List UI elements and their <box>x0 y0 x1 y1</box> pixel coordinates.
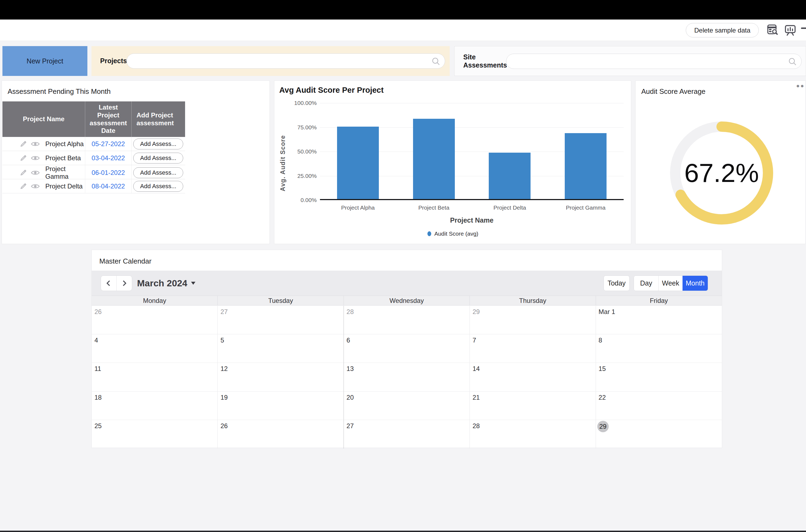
calendar-day-cell[interactable]: 28 <box>344 306 470 334</box>
day-number: 21 <box>473 394 480 401</box>
add-assessment-cell: Add Assess... <box>132 165 185 180</box>
calendar-day-cell[interactable]: 22 <box>596 392 722 420</box>
calendar-day-cell[interactable]: 26 <box>92 306 218 334</box>
calendar-day-cell[interactable]: 27 <box>218 306 344 334</box>
view-eye-icon[interactable] <box>31 169 40 176</box>
day-number: 6 <box>347 337 350 344</box>
assessment-date-cell: 08-04-2022 <box>85 179 132 193</box>
x-axis-tick: Project Gamma <box>548 205 624 211</box>
view-eye-icon[interactable] <box>31 141 40 147</box>
calendar-day-cell[interactable]: 4 <box>92 334 218 363</box>
panel-menu-icon[interactable]: •• <box>796 81 805 91</box>
weekday-tuesday: Tuesday <box>218 296 344 305</box>
table-row: Project Alpha05-27-2022Add Assess... <box>2 137 185 151</box>
project-name: Project Delta <box>45 183 83 190</box>
calendar-day-cell[interactable]: 14 <box>470 363 596 391</box>
day-number: 22 <box>599 394 606 401</box>
edit-pencil-icon[interactable] <box>19 169 28 177</box>
view-eye-icon[interactable] <box>31 155 40 162</box>
calendar-day-cell[interactable]: 19 <box>218 392 344 420</box>
avg-audit-score-chart-card: Avg Audit Score Per Project Avg. Audit S… <box>274 80 631 244</box>
add-assessment-button[interactable]: Add Assess... <box>133 153 183 164</box>
edit-pencil-icon[interactable] <box>19 154 28 162</box>
project-name-cell: Project Beta <box>2 151 85 165</box>
day-number: 27 <box>220 308 228 316</box>
day-number: 8 <box>599 337 602 344</box>
bar-project-beta <box>413 119 455 199</box>
day-number: 7 <box>473 337 476 344</box>
presentation-board-icon[interactable] <box>783 23 797 37</box>
chart-y-axis-label: Avg. Audit Score <box>279 135 287 191</box>
day-number: 20 <box>347 394 354 401</box>
calendar-day-cell[interactable]: 20 <box>344 392 470 420</box>
calendar-day-cell[interactable]: 28 <box>470 420 596 449</box>
prev-month-button[interactable] <box>101 276 117 291</box>
calendar-day-cell[interactable]: 18 <box>92 392 218 420</box>
edit-pencil-icon[interactable] <box>19 182 28 190</box>
search-icon <box>788 57 797 67</box>
site-assessments-search-input[interactable] <box>513 55 784 68</box>
calendar-day-cell[interactable]: 11 <box>92 363 218 391</box>
today-button[interactable]: Today <box>604 276 629 291</box>
add-assessment-button[interactable]: Add Assess... <box>133 138 183 149</box>
assessment-date-link[interactable]: 06-01-2022 <box>92 169 125 176</box>
calendar-day-cell[interactable]: 29 <box>596 420 722 449</box>
calendar-day-cell[interactable]: 5 <box>218 334 344 363</box>
view-day-button[interactable]: Day <box>634 276 658 291</box>
window-bottom-edge <box>0 531 806 532</box>
next-month-button[interactable] <box>117 276 132 291</box>
calendar-day-cell[interactable]: 8 <box>596 334 722 363</box>
assessment-date-cell: 03-04-2022 <box>85 151 132 165</box>
calendar-day-cell[interactable]: 12 <box>218 363 344 391</box>
calendar-day-cell[interactable]: 13 <box>344 363 470 391</box>
calendar-day-cell[interactable]: 21 <box>470 392 596 420</box>
view-week-button[interactable]: Week <box>658 276 682 291</box>
site-assessments-search <box>506 54 802 69</box>
day-number: 13 <box>347 365 354 373</box>
add-assessment-button[interactable]: Add Assess... <box>133 181 183 192</box>
calendar-day-cell[interactable]: 7 <box>470 334 596 363</box>
assessment-date-link[interactable]: 08-04-2022 <box>92 183 125 190</box>
calendar-day-cell[interactable]: 26 <box>218 420 344 449</box>
legend-label: Audit Score (avg) <box>434 230 478 237</box>
calendar-day-cell[interactable]: 15 <box>596 363 722 391</box>
day-number: 12 <box>220 365 228 373</box>
legend-dot-icon <box>427 231 431 236</box>
chart-legend: Audit Score (avg) <box>274 230 631 237</box>
app-toolbar: Delete sample data <box>0 20 806 41</box>
new-project-button[interactable]: New Project <box>2 46 87 76</box>
calendar-title: Master Calendar <box>99 257 151 265</box>
calendar-day-cell[interactable]: Mar 1 <box>596 306 722 334</box>
calendar-day-cell[interactable]: 25 <box>92 420 218 449</box>
chevron-down-icon <box>191 282 196 285</box>
projects-label: Projects <box>100 57 127 65</box>
open-window-partial-icon[interactable] <box>800 24 806 38</box>
day-number: 26 <box>220 422 228 430</box>
weekday-wednesday: Wednesday <box>344 296 470 305</box>
day-number: 11 <box>94 365 101 373</box>
add-assessment-cell: Add Assess... <box>132 151 185 165</box>
edit-pencil-icon[interactable] <box>19 140 28 148</box>
view-eye-icon[interactable] <box>31 183 40 190</box>
search-icon <box>431 57 440 67</box>
view-month-button[interactable]: Month <box>682 276 708 291</box>
projects-search-input[interactable] <box>133 54 427 68</box>
audit-score-average-card: •• Audit Score Average 67.2% <box>635 80 806 244</box>
add-assessment-button[interactable]: Add Assess... <box>133 167 183 178</box>
chart-plot-area: 100.00%75.00%50.00%25.00%0.00%Project Al… <box>320 103 624 200</box>
calendar-day-cell[interactable]: 27 <box>344 420 470 449</box>
x-axis-tick: Project Beta <box>396 205 472 211</box>
calendar-day-cell[interactable]: 6 <box>344 334 470 363</box>
assessment-date-link[interactable]: 03-04-2022 <box>92 154 125 162</box>
projects-search <box>126 53 445 69</box>
pending-table: Project Name Latest Project assessment D… <box>2 101 185 193</box>
table-row: Project Beta03-04-2022Add Assess... <box>2 151 185 165</box>
table-search-icon[interactable] <box>765 23 780 37</box>
chevron-right-icon <box>121 280 126 286</box>
delete-sample-data-button[interactable]: Delete sample data <box>686 23 759 37</box>
pending-table-header: Project Name Latest Project assessment D… <box>2 101 185 137</box>
assessment-date-link[interactable]: 05-27-2022 <box>92 140 125 148</box>
day-number: 15 <box>599 365 606 373</box>
calendar-day-cell[interactable]: 29 <box>470 306 596 334</box>
month-dropdown[interactable]: March 2024 <box>137 271 196 296</box>
